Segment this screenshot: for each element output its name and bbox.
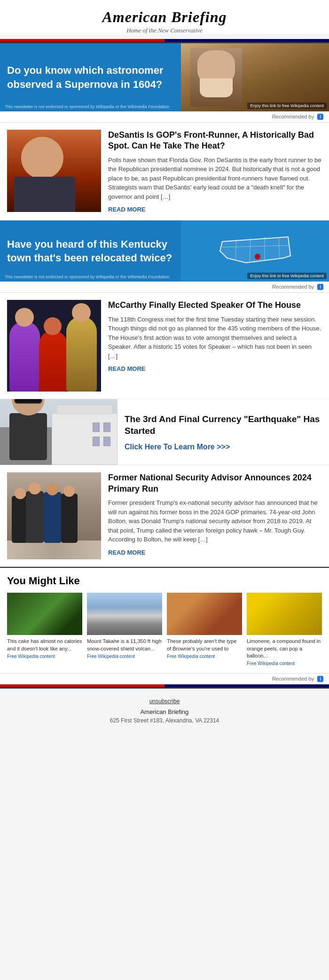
- wiki-banner-1[interactable]: Do you know which astronomer observed a …: [0, 43, 329, 111]
- bolton-article: Former National Security Advisor Announc…: [0, 465, 329, 567]
- recommended-bar-2: Recommended by i: [0, 282, 329, 293]
- footer-brand: American Briefing: [9, 708, 320, 715]
- desantis-title: DeSantis Is GOP's Front-Runner, A Histor…: [108, 130, 322, 152]
- ymlike-img-2: [87, 593, 162, 635]
- mccarthy-title: McCarthy Finally Elected Speaker Of The …: [108, 300, 322, 311]
- mccarthy-article: McCarthy Finally Elected Speaker Of The …: [0, 293, 329, 399]
- you-might-like-title: You Might Like: [7, 575, 322, 587]
- bolton-content: Former National Security Advisor Announc…: [108, 472, 322, 559]
- ymlike-source-1: Free Wikipedia content: [7, 654, 82, 659]
- footer-address: 625 First Street #183, Alexandria, VA 22…: [9, 717, 320, 724]
- site-subtitle: Home of the New Conservative: [5, 27, 324, 34]
- svg-point-7: [255, 254, 260, 259]
- ad-content: The 3rd And Final Currency "Earthquake" …: [118, 399, 329, 465]
- wiki-banner-1-image: [181, 43, 329, 111]
- mccarthy-body: The 118th Congress met for the first tim…: [108, 315, 322, 361]
- ymlike-img-1: [7, 593, 82, 635]
- footer: unsubscribe American Briefing 625 First …: [0, 689, 329, 733]
- ymlike-item-1[interactable]: This cake has almost no calories and it …: [7, 593, 82, 666]
- mccarthy-image: [7, 300, 101, 392]
- ymlike-source-4: Free Wikipedia content: [247, 661, 322, 666]
- ymlike-caption-2: Mount Takahe is a 11,350 ft high snow-co…: [87, 638, 162, 652]
- recommended-bar-1: Recommended by i: [0, 111, 329, 123]
- rec-badge-1: i: [317, 114, 323, 120]
- rec-badge-3: i: [317, 676, 323, 682]
- ad-cta[interactable]: Click Here To Learn More >>>: [125, 443, 322, 451]
- wiki-enjoy-2: Enjoy this link to free Wikipedia conten…: [247, 273, 327, 279]
- ymlike-grid: This cake has almost no calories and it …: [7, 593, 322, 666]
- bolton-body: Former president Trump's ex-national sec…: [108, 498, 322, 544]
- wiki-disclaimer-1: This newsletter is not endorsed or spons…: [5, 104, 169, 109]
- wiki-banner-2-text: Have you heard of this Kentucky town tha…: [0, 229, 181, 274]
- ymlike-item-3[interactable]: These probably aren't the type of Browni…: [167, 593, 242, 666]
- mccarthy-read-more[interactable]: READ MORE: [108, 365, 322, 372]
- bolton-image: [7, 472, 101, 559]
- desantis-read-more[interactable]: READ MORE: [108, 206, 322, 213]
- ad-title: The 3rd And Final Currency "Earthquake" …: [125, 413, 322, 437]
- bolton-read-more[interactable]: READ MORE: [108, 549, 322, 556]
- desantis-body: Polls have shown that Florida Gov. Ron D…: [108, 156, 322, 202]
- desantis-article: DeSantis Is GOP's Front-Runner, A Histor…: [0, 123, 329, 220]
- desantis-image: [7, 130, 101, 212]
- ymlike-item-4[interactable]: Limonene, a compound found in orange pee…: [247, 593, 322, 666]
- recommended-bar-3: Recommended by i: [0, 673, 329, 684]
- ymlike-caption-3: These probably aren't the type of Browni…: [167, 638, 242, 652]
- wiki-banner-1-text: Do you know which astronomer observed a …: [0, 55, 181, 100]
- unsubscribe-link[interactable]: unsubscribe: [9, 698, 320, 705]
- mccarthy-content: McCarthy Finally Elected Speaker Of The …: [108, 300, 322, 392]
- wiki-banner-2[interactable]: Have you heard of this Kentucky town tha…: [0, 220, 329, 282]
- ad-image: [0, 399, 118, 465]
- you-might-like-section: You Might Like This cake has almost no c…: [0, 567, 329, 673]
- header: American Briefing Home of the New Conser…: [0, 0, 329, 34]
- wiki-enjoy-1: Enjoy this link to free Wikipedia conten…: [247, 102, 327, 109]
- ymlike-caption-1: This cake has almost no calories and it …: [7, 638, 82, 652]
- ymlike-caption-4: Limonene, a compound found in orange pee…: [247, 638, 322, 659]
- ymlike-img-3: [167, 593, 242, 635]
- ad-block[interactable]: The 3rd And Final Currency "Earthquake" …: [0, 399, 329, 465]
- bolton-title: Former National Security Advisor Announc…: [108, 472, 322, 494]
- ymlike-item-2[interactable]: Mount Takahe is a 11,350 ft high snow-co…: [87, 593, 162, 666]
- ymlike-source-3: Free Wikipedia content: [167, 654, 242, 659]
- wiki-disclaimer-2: This newsletter is not endorsed or spons…: [5, 274, 169, 279]
- ymlike-img-4: [247, 593, 322, 635]
- rec-badge-2: i: [317, 284, 323, 290]
- desantis-content: DeSantis Is GOP's Front-Runner, A Histor…: [108, 130, 322, 213]
- site-title: American Briefing: [5, 8, 324, 26]
- ymlike-source-2: Free Wikipedia content: [87, 654, 162, 659]
